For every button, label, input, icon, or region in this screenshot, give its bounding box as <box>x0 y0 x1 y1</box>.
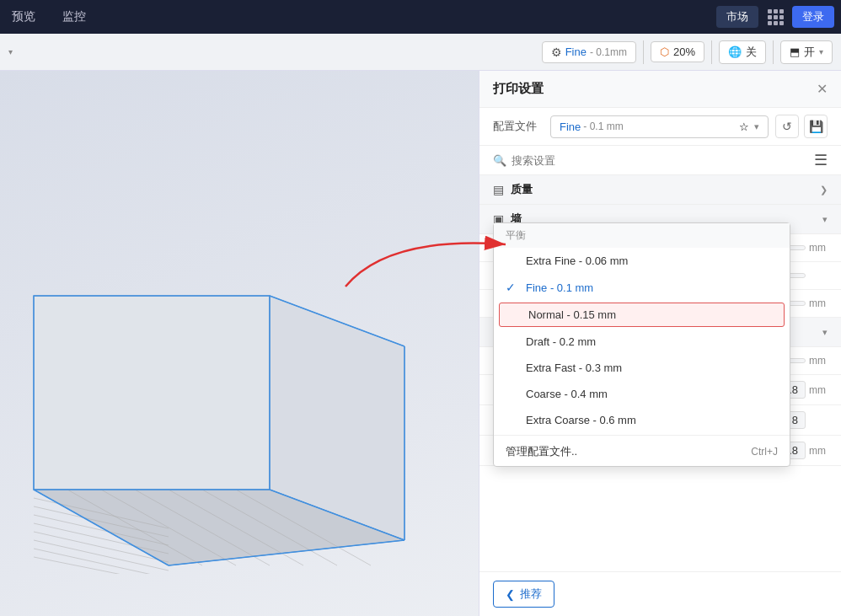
infill-value: 20% <box>673 46 695 58</box>
plate-label: 开 <box>804 45 815 60</box>
dropdown-coarse[interactable]: Coarse - 0.4 mm <box>494 381 790 407</box>
quality-chevron: ❯ <box>820 185 828 196</box>
save-button[interactable]: 💾 <box>804 115 828 138</box>
toolbar-separator-2 <box>711 40 712 64</box>
recommend-button[interactable]: ❮ 推荐 <box>493 581 554 608</box>
dropdown-extra-fine[interactable]: Extra Fine - 0.06 mm <box>494 248 790 274</box>
topbar: 预览 监控 市场 登录 <box>0 0 841 34</box>
toolbar: ▾ ⚙ Fine - 0.1mm ⬡ 20% 🌐 关 ⬒ 开 ▾ <box>0 34 841 71</box>
support-label: 关 <box>746 45 757 60</box>
support-icon: 🌐 <box>728 46 742 58</box>
plate-chevron: ▾ <box>819 47 823 56</box>
svg-marker-0 <box>34 296 270 490</box>
panel-header: 打印设置 ✕ <box>479 71 841 108</box>
config-row: 配置文件 Fine - 0.1 mm ☆ ▾ ↺ 💾 <box>479 108 841 146</box>
infill-icon: ⬡ <box>660 46 669 58</box>
config-actions: ↺ 💾 <box>775 115 828 138</box>
horizontal-expand-unit: mm <box>809 297 828 309</box>
dropdown-manage[interactable]: 管理配置文件.. Ctrl+J <box>494 437 790 466</box>
dropdown-extra-coarse[interactable]: Extra Coarse - 0.6 mm <box>494 407 790 433</box>
plate-selector[interactable]: ⬒ 开 ▾ <box>780 40 833 64</box>
topbar-nav: 预览 监控 <box>7 9 91 24</box>
panel-title: 打印设置 <box>493 81 544 97</box>
star-icon[interactable]: ☆ <box>739 121 749 133</box>
support-selector[interactable]: 🌐 关 <box>719 40 766 64</box>
dropdown-section-label: 平衡 <box>494 223 790 248</box>
market-button[interactable]: 市场 <box>716 6 758 28</box>
panel-menu-icon[interactable]: ☰ <box>814 151 828 169</box>
login-button[interactable]: 登录 <box>792 6 834 28</box>
nav-monitor[interactable]: 监控 <box>57 9 91 24</box>
config-label: 配置文件 <box>493 119 544 134</box>
profile-dropdown-trigger[interactable]: Fine - 0.1 mm ☆ ▾ <box>550 115 769 138</box>
fine-check: ✓ <box>506 281 519 294</box>
profile-mm-label: - 0.1mm <box>590 46 627 58</box>
toolbar-dropdown-left[interactable]: ▾ <box>8 47 13 56</box>
svg-line-9 <box>34 549 156 574</box>
toolbar-separator-1 <box>643 40 644 64</box>
svg-line-10 <box>34 557 139 574</box>
top-thickness-unit: mm <box>809 384 828 396</box>
top-bottom-chevron: ▾ <box>822 327 828 338</box>
quality-title: 质量 <box>511 182 533 197</box>
dropdown-divider <box>494 435 790 436</box>
nav-preview[interactable]: 预览 <box>7 9 40 24</box>
quality-icon: ▤ <box>493 183 504 196</box>
recommend-label: 推荐 <box>520 587 542 602</box>
wall-chevron: ▾ <box>822 214 828 225</box>
toolbar-separator-3 <box>773 40 774 64</box>
grid-menu-icon[interactable] <box>763 5 787 29</box>
panel-close-button[interactable]: ✕ <box>817 81 828 97</box>
section-quality[interactable]: ▤ 质量 ❯ <box>479 175 841 205</box>
profile-name-label: Fine <box>565 46 587 58</box>
panel-footer: ❮ 推荐 <box>479 571 841 616</box>
print-settings-panel: 打印设置 ✕ 配置文件 Fine - 0.1 mm ☆ ▾ ↺ 💾 🔍 ☰ ▤ … <box>479 71 841 616</box>
profile-selected-mm: - 0.1 mm <box>583 121 623 132</box>
bottom-thickness-unit: mm <box>809 445 828 457</box>
3d-viewport <box>17 279 438 574</box>
topbar-right: 市场 登录 <box>716 5 834 29</box>
dropdown-normal[interactable]: Normal - 0.15 mm <box>499 303 785 327</box>
reset-button[interactable]: ↺ <box>775 115 799 138</box>
top-bottom-thickness-unit: mm <box>809 355 828 367</box>
wall-thickness-unit: mm <box>809 242 828 254</box>
plate-icon: ⬒ <box>790 46 800 58</box>
settings-body: ▤ 质量 ❯ ▣ 墙 ▾ 壁厚 mm 壁走线次数 水平扩展 mm ▦ 顶 <box>479 175 841 571</box>
search-input[interactable] <box>512 154 809 167</box>
search-icon: 🔍 <box>493 154 506 167</box>
recommend-chevron: ❮ <box>506 588 515 601</box>
profile-chevron-icon[interactable]: ▾ <box>754 121 759 132</box>
dropdown-extra-fast[interactable]: Extra Fast - 0.3 mm <box>494 355 790 381</box>
infill-selector[interactable]: ⬡ 20% <box>651 41 704 62</box>
dropdown-fine[interactable]: ✓ Fine - 0.1 mm <box>494 274 790 301</box>
dropdown-draft[interactable]: Draft - 0.2 mm <box>494 329 790 355</box>
profile-selected-name: Fine <box>560 121 581 133</box>
search-row: 🔍 ☰ <box>479 146 841 175</box>
profile-dropdown: 平衡 Extra Fine - 0.06 mm ✓ Fine - 0.1 mm … <box>493 222 790 467</box>
profile-selector[interactable]: ⚙ Fine - 0.1mm <box>542 41 636 63</box>
